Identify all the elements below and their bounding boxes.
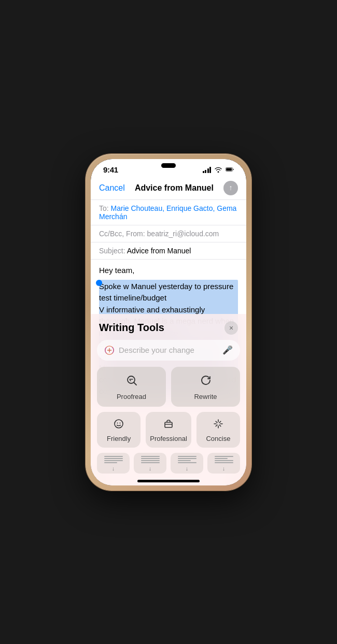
selection-handle [96,280,102,286]
close-icon: × [229,324,233,332]
home-indicator [137,480,200,482]
svg-rect-1 [226,168,232,170]
send-icon: ↑ [229,183,233,192]
friendly-label: Friendly [107,435,131,442]
writing-tools-panel: Writing Tools × De [91,314,246,485]
rewrite-button[interactable]: Rewrite [171,367,240,407]
send-button[interactable]: ↑ [223,181,238,195]
sparkle-icon [104,345,115,355]
search-placeholder: Describe your change [119,346,218,354]
svg-point-9 [120,422,121,423]
phone-frame: 9:41 [86,154,251,491]
subject-label: Subject: [99,247,125,255]
svg-line-5 [134,382,136,385]
email-compose-area: Cancel Advice from Manuel ↑ To: Marie Ch… [91,177,246,485]
snippet-preview-1 [104,456,123,463]
recipients: Marie Chouteau, Enrique Gacto, Gema Merc… [99,204,236,221]
snippet-arrow-3: ↓ [186,465,189,471]
screen: 9:41 [91,159,246,485]
describe-change-input[interactable]: Describe your change 🎤 [97,340,240,361]
snippet-row: ↓ ↓ [91,453,246,478]
tools-row-main: Proofread Rewrite [91,367,246,412]
concise-label: Concise [206,435,230,442]
to-label: To: [99,204,109,212]
svg-rect-10 [165,422,172,427]
snippet-4[interactable]: ↓ [207,453,240,474]
subject-field[interactable]: Subject: Advice from Manuel [91,242,246,260]
subject-value: Advice from Manuel [127,247,191,255]
snippet-3[interactable]: ↓ [171,453,203,474]
snippet-1[interactable]: ↓ [97,453,130,474]
professional-icon [163,418,174,432]
proofread-button[interactable]: Proofread [97,367,166,407]
snippet-arrow-4: ↓ [222,465,226,471]
wifi-icon [214,165,222,175]
rewrite-icon [200,374,212,390]
snippet-arrow-1: ↓ [112,465,115,471]
phone-inner: 9:41 [91,159,246,485]
svg-point-7 [115,420,123,428]
from-address: beatriz_ri@icloud.com [147,230,219,238]
status-icons [203,165,234,175]
snippet-preview-3 [178,456,196,463]
concise-icon [213,418,224,432]
email-greeting: Hey team, [99,265,238,276]
professional-button[interactable]: Professional [146,412,191,448]
snippet-arrow-2: ↓ [149,465,152,471]
to-field[interactable]: To: Marie Chouteau, Enrique Gacto, Gema … [91,200,246,225]
proofread-label: Proofread [117,393,146,400]
battery-icon [226,165,234,175]
friendly-icon [113,418,124,432]
concise-button[interactable]: Concise [196,412,240,448]
signal-icon [203,167,212,173]
snippet-preview-4 [215,456,233,463]
professional-label: Professional [150,435,187,442]
microphone-icon[interactable]: 🎤 [222,345,233,355]
email-header: Cancel Advice from Manuel ↑ [91,177,246,200]
dynamic-island [161,163,176,168]
email-title: Advice from Manuel [135,183,214,193]
proofread-icon [125,374,138,390]
rewrite-label: Rewrite [194,393,217,400]
close-button[interactable]: × [224,321,238,335]
cc-field[interactable]: Cc/Bcc, From: beatriz_ri@icloud.com [91,225,246,242]
snippet-preview-2 [141,456,160,463]
status-bar: 9:41 [91,159,246,177]
cc-label: Cc/Bcc, From: [99,230,145,238]
writing-tools-title: Writing Tools [99,322,164,334]
writing-tools-header: Writing Tools × [91,314,246,340]
tools-row-secondary: Friendly Professional [91,412,246,453]
snippet-2[interactable]: ↓ [134,453,166,474]
svg-point-8 [117,422,118,423]
cancel-button[interactable]: Cancel [99,183,125,193]
status-time: 9:41 [103,165,118,174]
friendly-button[interactable]: Friendly [97,412,141,448]
